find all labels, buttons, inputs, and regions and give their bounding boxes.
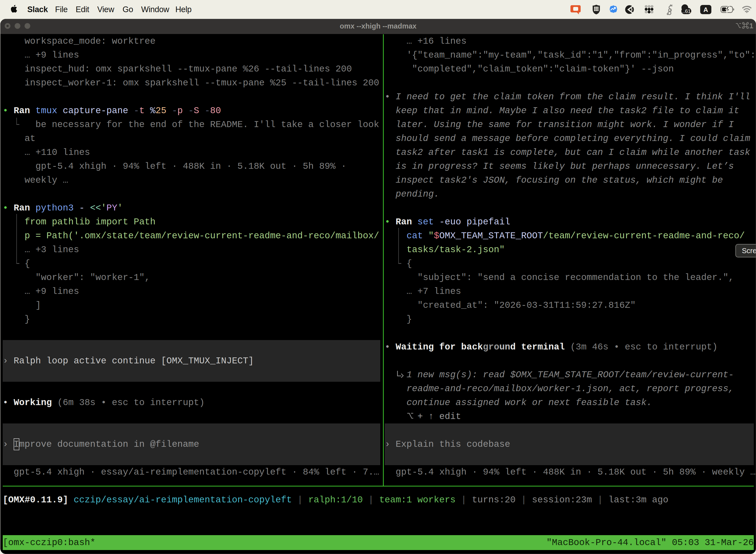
svg-text:A: A — [703, 6, 708, 13]
svg-text:..61: ..61 — [682, 8, 691, 14]
